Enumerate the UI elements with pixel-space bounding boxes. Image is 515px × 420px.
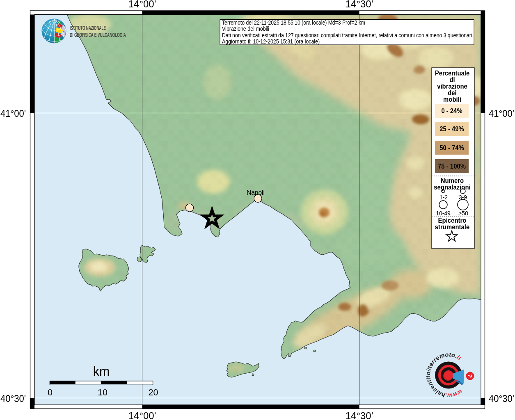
svg-text:Napoli: Napoli (247, 189, 265, 196)
svg-text:Dati non verificati estratti d: Dati non verificati estratti da 127 ques… (222, 32, 474, 39)
svg-text:41°00': 41°00' (0, 108, 26, 119)
svg-text:Aggiornato il: 10-12-2025 15:3: Aggiornato il: 10-12-2025 15:31 (ora loc… (222, 38, 320, 45)
svg-text:DI GEOFISICA E VULCANOLOGIA: DI GEOFISICA E VULCANOLOGIA (70, 32, 126, 38)
svg-text:Vibrazione dei mobili: Vibrazione dei mobili (222, 25, 269, 32)
svg-text:14°30': 14°30' (346, 410, 373, 420)
svg-text:10-49: 10-49 (436, 210, 451, 217)
svg-text:≥50: ≥50 (458, 210, 468, 217)
svg-text:strumentale: strumentale (435, 224, 469, 231)
svg-text:Epicentro: Epicentro (438, 217, 467, 224)
svg-text:40°30': 40°30' (489, 393, 514, 404)
svg-text:75 - 100%: 75 - 100% (438, 163, 466, 170)
svg-text:41°00': 41°00' (489, 108, 514, 119)
svg-text:ISTITUTO NAZIONALE: ISTITUTO NAZIONALE (70, 25, 106, 31)
svg-text:25 - 49%: 25 - 49% (439, 126, 464, 132)
svg-text:km: km (93, 364, 110, 379)
svg-text:20: 20 (149, 388, 158, 397)
svg-text:50 - 74%: 50 - 74% (439, 144, 464, 151)
svg-text:14°00': 14°00' (128, 0, 156, 9)
svg-text:vibrazione: vibrazione (437, 83, 467, 90)
svg-text:14°00': 14°00' (128, 410, 156, 420)
svg-text:1-2: 1-2 (439, 194, 448, 201)
svg-text:Numero: Numero (441, 177, 464, 184)
svg-text:0 - 24%: 0 - 24% (441, 107, 462, 114)
svg-text:dei: dei (448, 89, 457, 96)
svg-text:10: 10 (98, 388, 108, 397)
svg-text:40°30': 40°30' (0, 393, 26, 404)
svg-text:Terremoto del 22-11-2025 18:55: Terremoto del 22-11-2025 18:55:10 (ora l… (222, 19, 365, 26)
svg-text:Percentuale: Percentuale (435, 70, 469, 77)
svg-text:14°30': 14°30' (346, 0, 373, 9)
svg-text:0: 0 (48, 388, 53, 397)
svg-text:di: di (449, 76, 455, 83)
svg-text:mobili: mobili (443, 96, 461, 103)
